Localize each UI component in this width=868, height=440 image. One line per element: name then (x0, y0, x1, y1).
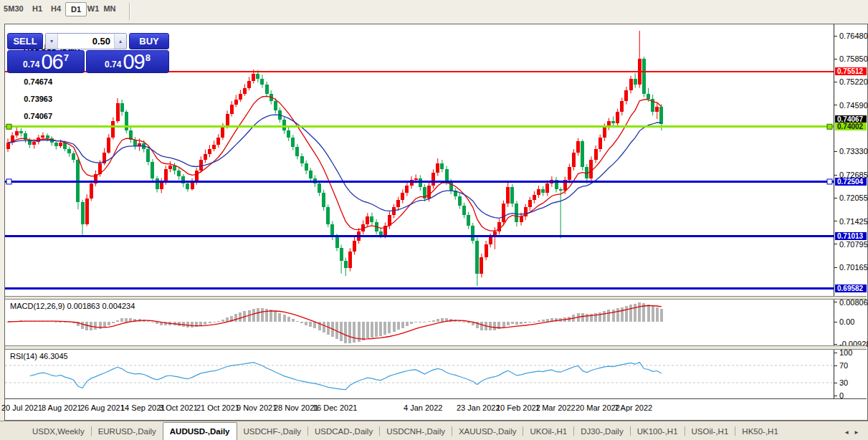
date-tick: 26 Aug 2021 (80, 403, 125, 412)
rsi-tick: 70 (839, 361, 848, 370)
sell-price-small: 0.74 (23, 59, 39, 70)
candlestick-chart[interactable]: ▲ AUDUSD-,Daily 0.74514 0.74674 0.73963 … (5, 24, 834, 296)
tab-usdcad-daily[interactable]: USDCAD-,Daily (308, 424, 379, 439)
volume-increase-icon[interactable]: ▴ (114, 34, 126, 49)
buy-price-small: 0.74 (105, 59, 121, 70)
price-tick-mark (834, 105, 837, 105)
date-tick: 8 Aug 2021 (42, 403, 82, 412)
price-tick-mark (834, 82, 837, 82)
price-tick-mark (834, 59, 837, 59)
macd-tick-mark (834, 302, 837, 302)
macd-tick-mark (834, 322, 837, 322)
hline-0.69582[interactable] (5, 287, 834, 290)
tab-ukoil-h1[interactable]: UKOil-,H1 (523, 424, 573, 439)
timeframe-button-H4[interactable]: H4 (46, 2, 66, 15)
tab-eurusd-daily[interactable]: EURUSD-,Daily (92, 424, 163, 439)
date-tick: 16 Dec 2021 (313, 403, 357, 412)
sell-price-big: 06 (41, 52, 62, 72)
timeframe-button-H1[interactable]: H1 (27, 2, 47, 15)
chart-window: ▲ AUDUSD-,Daily 0.74514 0.74674 0.73963 … (4, 24, 868, 421)
date-tick: 9 Nov 2021 (237, 403, 277, 412)
price-tick: 0.76480 (839, 32, 868, 40)
price-tick: 0.72055 (839, 193, 868, 202)
price-tick: 0.71425 (839, 217, 868, 226)
macd-panel[interactable]: MACD(12,26,9) 0.001863 0.004234 (5, 300, 834, 345)
hline-handle[interactable] (827, 179, 832, 184)
tab-usdx-weekly[interactable]: USDX,Weekly (26, 424, 91, 439)
date-tick: 21 Oct 2021 (196, 403, 239, 412)
price-tick-mark (834, 267, 837, 268)
sell-button[interactable]: SELL (7, 33, 43, 49)
tab-scroll-arrows[interactable]: ◄► (844, 429, 864, 436)
volume-stepper: ▾ ▴ (45, 33, 127, 49)
rsi-label: RSI(14) 46.3045 (10, 352, 68, 360)
price-tick-mark (834, 244, 837, 244)
hline-handle[interactable] (827, 124, 832, 129)
trading-terminal: { "toolbar": { "timeframes": [ {"label":… (0, 0, 868, 440)
volume-input[interactable] (58, 34, 114, 49)
price-tick-mark (834, 221, 837, 221)
rsi-panel[interactable]: RSI(14) 46.3045 (5, 350, 834, 398)
rsi-plot-svg[interactable] (5, 350, 834, 398)
buy-price-display[interactable]: 0.74 09 8 (86, 50, 169, 73)
hline-0.74002[interactable] (5, 125, 834, 128)
tab-audusd-daily[interactable]: AUDUSD-,Daily (163, 422, 237, 440)
price-axis[interactable]: 0.764800.758500.752200.745900.733300.726… (834, 24, 867, 399)
tab-uk100-h1[interactable]: UK100-,H1 (631, 424, 685, 439)
tab-usoil-h1[interactable]: USOil-,H1 (685, 424, 735, 439)
price-tick: 0.75850 (839, 54, 868, 63)
tab-usdcnh-daily[interactable]: USDCNH-,Daily (380, 424, 452, 439)
date-axis[interactable]: 20 Jul 20218 Aug 202126 Aug 202114 Sep 2… (5, 399, 867, 419)
price-tag-0.74002: 0.74002 (835, 123, 867, 130)
timeframe-button-MN[interactable]: MN (100, 2, 120, 15)
ohlc-low: 0.73963 (24, 95, 52, 103)
date-tick: 23 Jan 2022 (457, 403, 500, 412)
price-tag-0.71013: 0.71013 (835, 232, 867, 240)
timeframe-button-M30[interactable]: M30 (6, 2, 26, 15)
tab-usdchf-daily[interactable]: USDCHF-,Daily (237, 424, 308, 439)
price-tick-mark (834, 198, 837, 199)
ohlc-close: 0.74067 (24, 112, 52, 120)
rsi-tick-mark (834, 353, 837, 353)
buy-price-big: 09 (123, 52, 144, 72)
rsi-tick-mark (834, 383, 837, 383)
buy-price-sup: 8 (146, 52, 151, 63)
timeframe-toolbar: 5M30H1H4D1W1MN (0, 0, 868, 24)
toolbar-separator (129, 3, 130, 20)
price-tag-0.75512: 0.75512 (835, 67, 867, 75)
price-tick: 0.75220 (839, 77, 868, 86)
macd-label: MACD(12,26,9) 0.001863 0.004234 (10, 302, 135, 310)
date-tick: 4 Jan 2022 (404, 403, 442, 412)
hline-0.71013[interactable] (5, 235, 834, 237)
volume-decrease-icon[interactable]: ▾ (46, 34, 58, 49)
price-tag-0.69582: 0.69582 (835, 284, 867, 292)
date-tick: 3 Oct 2021 (159, 403, 198, 412)
macd-tick-mark (834, 344, 837, 345)
date-tick: 7 Apr 2022 (614, 403, 652, 412)
tab-scroll-left-icon[interactable]: ◄ (844, 429, 854, 436)
ohlc-high: 0.74674 (24, 77, 52, 86)
sell-price-display[interactable]: 0.74 06 7 (7, 50, 85, 73)
symbol-tab-bar: USDX,WeeklyEURUSD-,DailyAUDUSD-,DailyUSD… (0, 421, 868, 440)
tab-xauusd-daily[interactable]: XAUUSD-,Daily (452, 424, 523, 439)
hline-0.72504[interactable] (5, 181, 834, 183)
price-tick: 0.74590 (839, 101, 868, 110)
date-tick: 10 Feb 2022 (496, 403, 540, 412)
price-tick-mark (834, 151, 837, 152)
date-tick: 1 Mar 2022 (535, 403, 576, 412)
price-tag-0.72504: 0.72504 (835, 178, 867, 186)
tab-dj30-daily[interactable]: DJ30-,Daily (574, 424, 629, 439)
macd-tick: 0.00 (839, 317, 854, 326)
rsi-tick: 30 (839, 378, 848, 387)
date-tick: 20 Mar 2022 (576, 403, 620, 412)
price-tick: 0.70165 (839, 263, 868, 272)
buy-button[interactable]: BUY (129, 33, 169, 49)
price-tick-mark (834, 36, 837, 37)
tab-hk50-h1[interactable]: HK50-,H1 (735, 424, 785, 439)
hline-handle[interactable] (6, 179, 11, 184)
one-click-trade-panel: SELL ▾ ▴ BUY 0.74 06 7 0.74 09 8 (7, 33, 169, 73)
price-tick: 0.70795 (839, 240, 868, 249)
rsi-tick-mark (834, 365, 837, 366)
date-tick: 20 Jul 2021 (1, 403, 42, 412)
tab-scroll-right-icon[interactable]: ► (854, 429, 864, 436)
